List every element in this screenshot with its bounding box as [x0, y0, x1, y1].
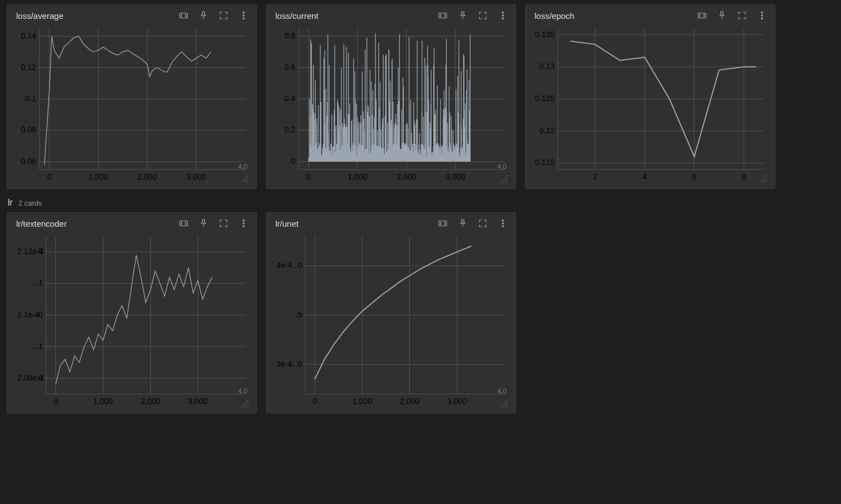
svg-text:0: 0 — [53, 397, 58, 406]
svg-text:...0: ...0 — [291, 360, 303, 368]
svg-point-102 — [243, 220, 244, 221]
svg-text:3,000: 3,000 — [188, 397, 207, 406]
fullscreen-icon[interactable] — [219, 11, 229, 21]
card-title: lr/textencoder — [16, 219, 67, 228]
svg-point-71 — [761, 15, 763, 16]
svg-point-137 — [502, 220, 503, 221]
card-header: lr/textencoder — [13, 218, 251, 232]
svg-text:2,000: 2,000 — [137, 172, 157, 181]
card-toolbar — [179, 218, 249, 228]
card-toolbar — [438, 11, 508, 21]
fullscreen-icon[interactable] — [478, 218, 488, 228]
resize-handle-icon[interactable] — [757, 173, 767, 183]
fit-domain-icon[interactable] — [179, 218, 189, 228]
svg-point-40 — [502, 18, 503, 19]
card-header: loss/current — [272, 11, 510, 24]
svg-text:1,000: 1,000 — [348, 172, 367, 181]
svg-point-33 — [441, 14, 441, 15]
resize-handle-icon[interactable] — [239, 173, 249, 183]
resize-handle-icon[interactable] — [498, 173, 508, 183]
more-icon[interactable] — [498, 218, 508, 228]
svg-text:0.135: 0.135 — [535, 30, 555, 39]
card-title: loss/current — [275, 11, 319, 21]
svg-text:3,000: 3,000 — [446, 172, 465, 181]
card-header: loss/average — [13, 11, 251, 24]
svg-line-129 — [244, 402, 249, 407]
chart-lr-textencoder[interactable]: ...0...1...0...1...02.08e-42.1e-42.12e-4… — [13, 232, 251, 410]
svg-text:0: 0 — [291, 157, 295, 166]
svg-point-8 — [243, 18, 244, 19]
pin-icon[interactable] — [199, 11, 209, 21]
more-icon[interactable] — [239, 218, 249, 228]
fit-domain-icon[interactable] — [438, 218, 448, 228]
fit-domain-icon[interactable] — [697, 11, 707, 21]
svg-text:2,000: 2,000 — [400, 397, 419, 406]
pin-icon[interactable] — [717, 11, 727, 21]
more-icon[interactable] — [498, 11, 508, 21]
svg-line-95 — [765, 181, 767, 183]
svg-text:0.12: 0.12 — [21, 63, 36, 72]
svg-point-65 — [700, 14, 700, 15]
svg-point-72 — [761, 18, 763, 19]
svg-text:2.08e-4: 2.08e-4 — [17, 373, 44, 382]
svg-point-3 — [181, 16, 182, 17]
svg-point-68 — [704, 16, 704, 17]
fullscreen-icon[interactable] — [737, 11, 747, 21]
svg-point-135 — [444, 224, 445, 224]
svg-text:...0: ...0 — [291, 261, 303, 270]
svg-point-39 — [502, 15, 503, 16]
svg-point-132 — [441, 222, 441, 223]
svg-text:0.2: 0.2 — [285, 125, 296, 134]
pin-icon[interactable] — [458, 218, 468, 228]
svg-point-36 — [444, 16, 445, 17]
chart-loss-current[interactable]: 00.20.40.60.801,0002,0003,0004,0 — [272, 24, 510, 185]
section-header-lr[interactable]: lr 2 cards — [0, 193, 841, 208]
svg-text:3e-4: 3e-4 — [276, 360, 292, 368]
svg-point-138 — [502, 223, 503, 224]
svg-text:6: 6 — [692, 172, 696, 181]
svg-point-34 — [444, 14, 445, 15]
svg-text:2,000: 2,000 — [141, 397, 160, 406]
svg-text:0: 0 — [313, 397, 317, 406]
svg-text:0.14: 0.14 — [21, 31, 36, 40]
card-loss-average: loss/average 0.060.080.10.120.1401,0002,… — [7, 4, 257, 189]
more-icon[interactable] — [757, 11, 767, 21]
svg-text:0: 0 — [47, 172, 52, 181]
chart-lr-unet[interactable]: ...0...5...0...53e-44e-401,0002,0003,000… — [272, 232, 510, 410]
fit-domain-icon[interactable] — [179, 11, 189, 21]
svg-text:1,000: 1,000 — [93, 397, 113, 406]
svg-text:...5: ...5 — [291, 310, 303, 319]
svg-point-35 — [441, 16, 441, 17]
svg-text:0.125: 0.125 — [535, 94, 555, 103]
card-header: lr/unet — [272, 218, 510, 232]
svg-text:2.12e-4: 2.12e-4 — [17, 247, 44, 256]
card-title: loss/average — [16, 11, 63, 21]
svg-line-94 — [762, 178, 767, 183]
fullscreen-icon[interactable] — [219, 218, 229, 228]
chart-loss-average[interactable]: 0.060.080.10.120.1401,0002,0003,0004,0 — [13, 24, 251, 185]
resize-handle-icon[interactable] — [498, 397, 508, 407]
svg-line-63 — [506, 181, 508, 183]
card-toolbar — [697, 11, 767, 21]
svg-text:0.1: 0.1 — [26, 94, 37, 103]
pin-icon[interactable] — [199, 218, 209, 228]
fullscreen-icon[interactable] — [478, 11, 488, 21]
svg-text:1,000: 1,000 — [353, 397, 372, 406]
resize-handle-icon[interactable] — [239, 397, 249, 407]
svg-line-30 — [244, 178, 249, 183]
more-icon[interactable] — [239, 11, 249, 21]
pin-icon[interactable] — [458, 11, 468, 21]
svg-rect-131 — [439, 221, 447, 226]
svg-text:4: 4 — [642, 172, 647, 181]
svg-line-62 — [503, 178, 508, 183]
card-toolbar — [179, 11, 249, 21]
svg-text:...1: ...1 — [32, 278, 43, 287]
svg-line-130 — [246, 405, 249, 407]
card-loss-current: loss/current 00.20.40.60.801,0002,0003,0… — [266, 4, 516, 189]
chart-loss-epoch[interactable]: 0.1150.120.1250.130.1352468 — [531, 24, 769, 185]
svg-text:0.12: 0.12 — [540, 126, 555, 135]
svg-point-6 — [243, 12, 244, 13]
svg-point-134 — [441, 224, 441, 224]
svg-point-97 — [181, 222, 182, 223]
fit-domain-icon[interactable] — [438, 11, 448, 21]
